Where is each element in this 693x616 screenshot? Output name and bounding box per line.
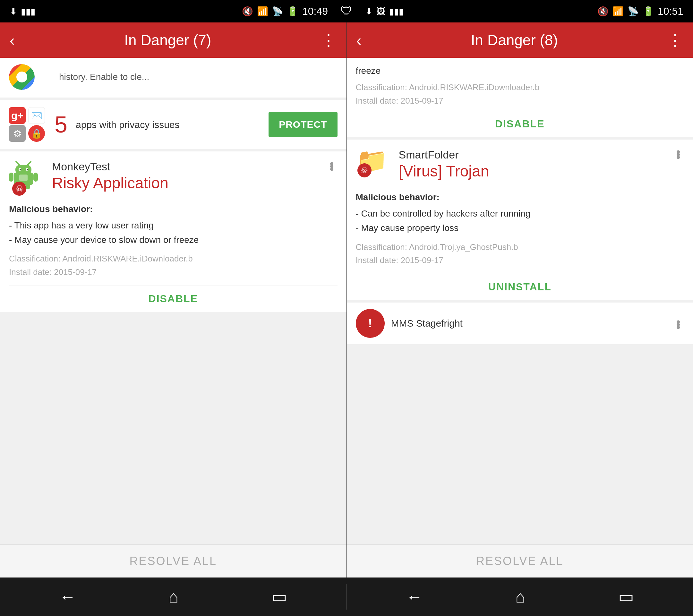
right-partial-date-text: Install date: 2015-09-17 <box>356 94 684 108</box>
svg-point-4 <box>20 169 21 171</box>
left-threat-meta: Classification: Android.RISKWARE.iDownlo… <box>9 252 338 279</box>
right-header: ‹ In Danger (8) ⋮ <box>347 22 693 58</box>
right-resolve-all-bar: RESOLVE ALL <box>347 544 693 577</box>
left-content: history. Enable to cle... g+ ✉️ ⚙ 🔒 5 ap… <box>0 58 346 544</box>
signal-icon: 📡 <box>272 6 283 17</box>
left-threat-header: ☠ MonkeyTest Risky Application ••• <box>9 160 338 196</box>
right-status-icons: ⬇ 🖼 ▮▮▮ <box>365 6 403 17</box>
left-threat-details: Malicious behavior: - This app has a ver… <box>9 202 338 247</box>
left-resolve-all-button[interactable]: RESOLVE ALL <box>130 554 217 568</box>
right-partial-class-text: Classification: Android.RISKWARE.iDownlo… <box>356 81 684 94</box>
svg-rect-1 <box>15 165 32 175</box>
right-content: freeze Classification: Android.RISKWARE.… <box>347 58 693 544</box>
svg-line-6 <box>16 162 19 165</box>
svg-rect-9 <box>33 173 38 182</box>
battery-icon: 🔋 <box>287 6 298 17</box>
left-threat-info: MonkeyTest Risky Application <box>52 160 318 192</box>
battery-icon-r: 🔋 <box>642 6 654 17</box>
lock-icon: 🔒 <box>28 125 45 142</box>
right-back-nav[interactable]: ← <box>399 584 429 610</box>
monkeytest-icon: ☠ <box>9 160 44 196</box>
bars-icon-r: ▮▮▮ <box>389 6 403 17</box>
left-back-button[interactable]: ‹ <box>9 32 15 49</box>
right-behavior-1: - Can be controlled by hackers after run… <box>356 206 684 221</box>
right-partial-disable-button[interactable]: DISABLE <box>495 118 544 130</box>
left-partial-top-card: history. Enable to cle... <box>0 58 346 98</box>
left-menu-button[interactable]: ⋮ <box>321 31 337 49</box>
privacy-app-icons: g+ ✉️ ⚙ 🔒 <box>9 107 46 142</box>
right-threat-info: SmartFolder [Virus] Trojan <box>399 148 665 180</box>
left-behavior-1: - This app has a very low user rating <box>9 218 338 233</box>
download-icon-r: ⬇ <box>365 6 373 17</box>
right-resolve-all-button[interactable]: RESOLVE ALL <box>476 554 563 568</box>
smartfolder-icon: 📁 ☠ <box>356 148 391 184</box>
right-threat-details: Malicious behavior: - Can be controlled … <box>356 190 684 235</box>
right-mms-partial: ! MMS Stagefright ••• <box>347 302 693 344</box>
svg-line-7 <box>27 162 31 165</box>
right-menu-button[interactable]: ⋮ <box>667 31 684 49</box>
privacy-label: apps with privacy issues <box>76 118 263 131</box>
skull-badge: ☠ <box>12 182 26 196</box>
right-home-nav[interactable]: ⌂ <box>509 584 532 610</box>
right-threat-type: [Virus] Trojan <box>399 162 665 180</box>
left-back-nav[interactable]: ← <box>53 584 82 610</box>
mms-icon: ! <box>356 309 385 338</box>
settings-icon: ⚙ <box>9 125 26 142</box>
left-monkeytest-card: ☠ MonkeyTest Risky Application ••• Malic… <box>0 152 346 312</box>
gplus-icon: g+ <box>9 107 26 124</box>
left-partial-icon-area <box>9 64 54 90</box>
svg-point-5 <box>27 169 28 171</box>
wifi-icon-r: 📶 <box>612 6 624 17</box>
mute-icon-r: 🔇 <box>597 6 609 17</box>
chrome-icon <box>9 64 35 90</box>
right-status-bar: ⬇ 🖼 ▮▮▮ 🔇 📶 📡 🔋 10:51 <box>355 0 693 22</box>
right-uninstall-button[interactable]: UNINSTALL <box>488 281 552 293</box>
right-recent-nav[interactable]: ▭ <box>612 584 640 610</box>
right-app-name: SmartFolder <box>399 148 665 161</box>
left-action-row: DISABLE <box>9 285 338 312</box>
right-smartfolder-card: 📁 ☠ SmartFolder [Virus] Trojan ••• Malic… <box>347 140 693 300</box>
left-home-nav[interactable]: ⌂ <box>162 584 185 610</box>
left-privacy-card: g+ ✉️ ⚙ 🔒 5 apps with privacy issues PRO… <box>0 100 346 149</box>
right-behavior-2: - May cause property loss <box>356 221 684 236</box>
image-icon-r: 🖼 <box>376 6 385 17</box>
right-screen: ‹ In Danger (8) ⋮ freeze Classification:… <box>347 22 693 577</box>
right-classification: Classification: Android.Troj.ya_GhostPus… <box>356 241 684 254</box>
privacy-count: 5 <box>55 111 67 138</box>
right-behavior-title: Malicious behavior: <box>356 190 684 205</box>
shield-icon: 🛡 <box>341 4 352 18</box>
left-partial-text: history. Enable to cle... <box>59 71 338 83</box>
left-behavior-title: Malicious behavior: <box>9 202 338 217</box>
left-more-button[interactable]: ••• <box>326 162 338 170</box>
wifi-icon: 📶 <box>257 6 268 17</box>
right-nav: ← ⌂ ▭ <box>347 577 693 616</box>
nav-bar: ← ⌂ ▭ ← ⌂ ▭ <box>0 577 693 616</box>
mms-more-button[interactable]: ••• <box>672 320 684 328</box>
right-back-button[interactable]: ‹ <box>356 32 361 49</box>
right-partial-continuation: freeze <box>356 64 684 78</box>
svg-rect-11 <box>26 183 30 189</box>
left-status-right: 🔇 📶 📡 🔋 10:49 <box>242 5 328 17</box>
left-disable-button[interactable]: DISABLE <box>148 293 198 305</box>
left-resolve-all-bar: RESOLVE ALL <box>0 544 346 577</box>
right-threat-header: 📁 ☠ SmartFolder [Virus] Trojan ••• <box>356 148 684 184</box>
left-recent-nav[interactable]: ▭ <box>265 584 294 610</box>
right-partial-action-row: DISABLE <box>356 111 684 137</box>
right-mms-text: MMS Stagefright <box>391 318 463 329</box>
right-threat-meta: Classification: Android.Troj.ya_GhostPus… <box>356 241 684 267</box>
right-time: 10:51 <box>658 5 684 17</box>
left-install-date: Install date: 2015-09-17 <box>9 266 338 279</box>
bars-icon: ▮▮▮ <box>21 6 35 17</box>
left-status-bar: ⬇ ▮▮▮ 🔇 📶 📡 🔋 10:49 <box>0 0 338 22</box>
right-partial-classification: Classification: Android.RISKWARE.iDownlo… <box>356 81 684 107</box>
signal-icon-r: 📡 <box>628 6 639 17</box>
right-install-date: Install date: 2015-09-17 <box>356 254 684 267</box>
right-more-button[interactable]: ••• <box>672 150 684 158</box>
right-partial-top: freeze Classification: Android.RISKWARE.… <box>347 58 693 137</box>
svg-rect-12 <box>19 175 27 181</box>
left-behavior-2: - May cause your device to slow down or … <box>9 233 338 247</box>
right-status-right: 🔇 📶 📡 🔋 10:51 <box>597 5 684 17</box>
protect-button[interactable]: PROTECT <box>269 112 337 137</box>
right-action-row: UNINSTALL <box>356 274 684 300</box>
right-skull-badge: ☠ <box>357 163 372 177</box>
